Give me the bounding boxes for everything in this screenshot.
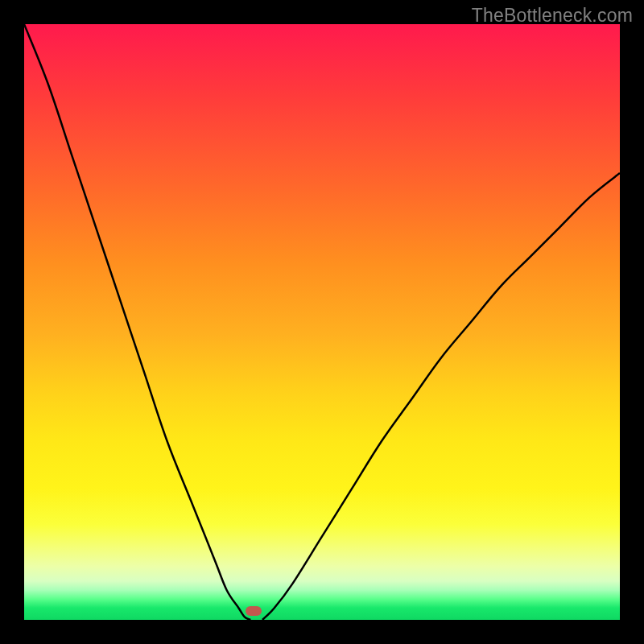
watermark-text: TheBottleneck.com xyxy=(472,5,633,27)
bottleneck-curve xyxy=(24,24,620,620)
optimal-point-marker xyxy=(246,606,262,616)
chart-frame: TheBottleneck.com xyxy=(0,0,644,644)
plot-area xyxy=(24,24,620,620)
